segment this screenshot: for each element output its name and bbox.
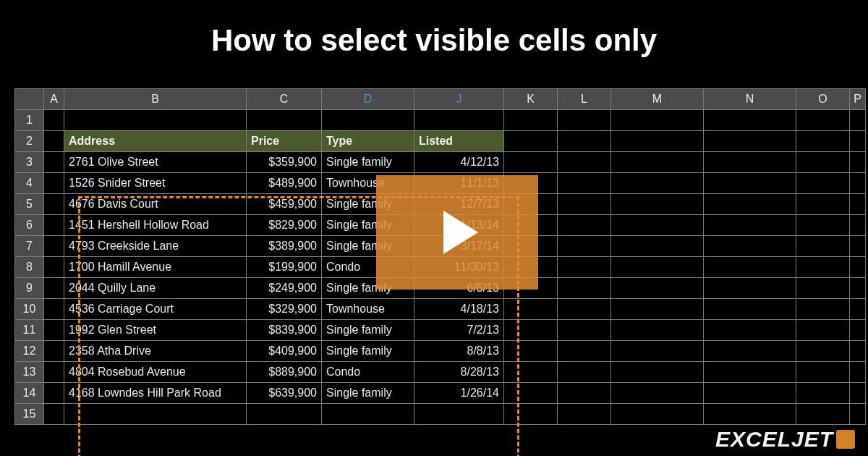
row-header-9[interactable]: 9 (15, 278, 44, 299)
cell-A3[interactable] (44, 152, 64, 173)
cell-L4[interactable] (558, 173, 611, 194)
cell-N12[interactable] (704, 341, 796, 362)
cell-B12[interactable]: 2358 Atha Drive (64, 341, 247, 362)
cell-B14[interactable]: 4168 Lowndes Hill Park Road (64, 383, 247, 404)
cell-L14[interactable] (558, 383, 611, 404)
cell-O10[interactable] (796, 299, 850, 320)
cell-D10[interactable]: Townhouse (322, 299, 414, 320)
cell-B11[interactable]: 1992 Glen Street (64, 320, 247, 341)
cell-P12[interactable] (850, 341, 866, 362)
cell-N1[interactable] (704, 110, 796, 131)
cell-B3[interactable]: 2761 Olive Street (64, 152, 247, 173)
cell-A2[interactable] (44, 131, 64, 152)
cell-K15[interactable] (504, 404, 558, 425)
cell-L1[interactable] (558, 110, 611, 131)
cell-A9[interactable] (44, 278, 64, 299)
column-header-J[interactable]: J (414, 89, 504, 110)
cell-A13[interactable] (44, 362, 64, 383)
cell-M4[interactable] (611, 173, 704, 194)
row-header-2[interactable]: 2 (15, 131, 44, 152)
cell-M12[interactable] (611, 341, 704, 362)
cell-C11[interactable]: $839,900 (247, 320, 322, 341)
cell-D2[interactable]: Type (322, 131, 414, 152)
cell-L10[interactable] (558, 299, 611, 320)
cell-K14[interactable] (504, 383, 558, 404)
column-header-P[interactable]: P (850, 89, 866, 110)
cell-N9[interactable] (704, 278, 796, 299)
cell-O14[interactable] (796, 383, 850, 404)
cell-L2[interactable] (558, 131, 611, 152)
cell-C13[interactable]: $889,900 (247, 362, 322, 383)
cell-M7[interactable] (611, 236, 704, 257)
cell-A10[interactable] (44, 299, 64, 320)
cell-M5[interactable] (611, 194, 704, 215)
row-header-12[interactable]: 12 (15, 341, 44, 362)
cell-A8[interactable] (44, 257, 64, 278)
cell-C6[interactable]: $829,900 (247, 215, 322, 236)
cell-C7[interactable]: $389,900 (247, 236, 322, 257)
column-header-L[interactable]: L (558, 89, 611, 110)
cell-N5[interactable] (704, 194, 796, 215)
cell-D14[interactable]: Single family (322, 383, 414, 404)
cell-N6[interactable] (704, 215, 796, 236)
cell-P9[interactable] (850, 278, 866, 299)
cell-B8[interactable]: 1700 Hamill Avenue (64, 257, 247, 278)
cell-D15[interactable] (322, 404, 414, 425)
cell-M10[interactable] (611, 299, 704, 320)
cell-L6[interactable] (558, 215, 611, 236)
cell-K13[interactable] (504, 362, 558, 383)
cell-C1[interactable] (247, 110, 322, 131)
cell-P8[interactable] (850, 257, 866, 278)
cell-P7[interactable] (850, 236, 866, 257)
cell-A6[interactable] (44, 215, 64, 236)
cell-O13[interactable] (796, 362, 850, 383)
cell-P11[interactable] (850, 320, 866, 341)
column-header-N[interactable]: N (704, 89, 796, 110)
cell-P2[interactable] (850, 131, 866, 152)
cell-A12[interactable] (44, 341, 64, 362)
column-header-A[interactable]: A (44, 89, 64, 110)
cell-M8[interactable] (611, 257, 704, 278)
cell-M15[interactable] (611, 404, 704, 425)
row-header-7[interactable]: 7 (15, 236, 44, 257)
cell-P6[interactable] (850, 215, 866, 236)
row-header-10[interactable]: 10 (15, 299, 44, 320)
cell-K3[interactable] (504, 152, 558, 173)
cell-M2[interactable] (611, 131, 704, 152)
cell-P10[interactable] (850, 299, 866, 320)
cell-N13[interactable] (704, 362, 796, 383)
cell-J12[interactable]: 8/8/13 (414, 341, 504, 362)
cell-O9[interactable] (796, 278, 850, 299)
cell-P1[interactable] (850, 110, 866, 131)
cell-O11[interactable] (796, 320, 850, 341)
cell-L13[interactable] (558, 362, 611, 383)
cell-C8[interactable]: $199,900 (247, 257, 322, 278)
cell-D13[interactable]: Condo (322, 362, 414, 383)
row-header-13[interactable]: 13 (15, 362, 44, 383)
cell-O1[interactable] (796, 110, 850, 131)
cell-D1[interactable] (322, 110, 414, 131)
cell-B4[interactable]: 1526 Snider Street (64, 173, 247, 194)
column-header-M[interactable]: M (611, 89, 704, 110)
cell-C10[interactable]: $329,900 (247, 299, 322, 320)
cell-M6[interactable] (611, 215, 704, 236)
row-header-1[interactable]: 1 (15, 110, 44, 131)
cell-B10[interactable]: 4536 Carriage Court (64, 299, 247, 320)
row-header-8[interactable]: 8 (15, 257, 44, 278)
cell-M3[interactable] (611, 152, 704, 173)
cell-O3[interactable] (796, 152, 850, 173)
cell-P13[interactable] (850, 362, 866, 383)
cell-P3[interactable] (850, 152, 866, 173)
cell-O7[interactable] (796, 236, 850, 257)
cell-D3[interactable]: Single family (322, 152, 414, 173)
cell-N14[interactable] (704, 383, 796, 404)
row-header-15[interactable]: 15 (15, 404, 44, 425)
cell-A15[interactable] (44, 404, 64, 425)
cell-J3[interactable]: 4/12/13 (414, 152, 504, 173)
cell-L11[interactable] (558, 320, 611, 341)
cell-A14[interactable] (44, 383, 64, 404)
cell-L3[interactable] (558, 152, 611, 173)
cell-P5[interactable] (850, 194, 866, 215)
row-header-14[interactable]: 14 (15, 383, 44, 404)
cell-M14[interactable] (611, 383, 704, 404)
